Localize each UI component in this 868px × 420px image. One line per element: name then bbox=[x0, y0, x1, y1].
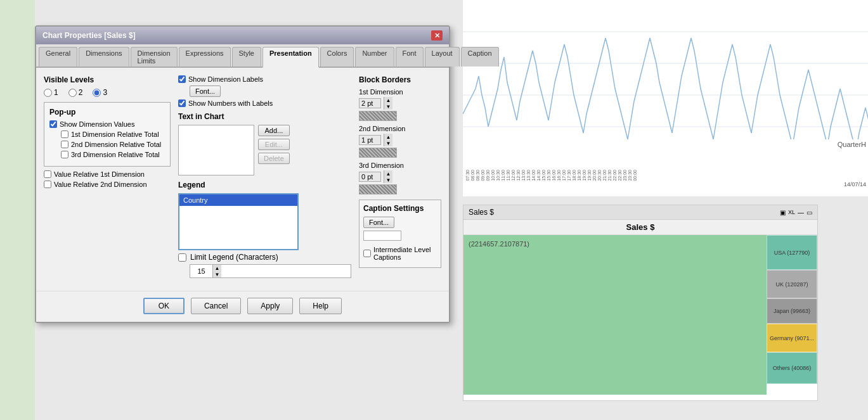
radio-3[interactable] bbox=[93, 89, 101, 97]
dim2-spinner-up[interactable]: ▲ bbox=[384, 134, 392, 140]
radio-2[interactable] bbox=[68, 89, 77, 97]
dim3-color-box[interactable] bbox=[359, 184, 397, 194]
treemap-icon2[interactable]: XL bbox=[788, 209, 795, 216]
text-chart-box: Add... Edit... Delete bbox=[178, 125, 351, 175]
dim2-spinners: ▲ ▼ bbox=[384, 134, 392, 146]
dim3-value-input[interactable]: 0 pt bbox=[359, 172, 381, 182]
radio-item-2[interactable]: 2 bbox=[68, 88, 83, 97]
limit-legend-label: Limit Legend (Characters) bbox=[190, 253, 278, 262]
add-text-button[interactable]: Add... bbox=[258, 125, 290, 136]
caption-settings-section: Caption Settings Font... Intermediate Le… bbox=[359, 200, 441, 268]
limit-legend-input[interactable]: 15 bbox=[190, 267, 212, 276]
treemap-header-icons[interactable]: ▣ XL — ▭ bbox=[780, 209, 812, 216]
dim3-label: 3rd Dimension bbox=[359, 162, 441, 169]
show-numbers-labels-label: Show Numbers with Labels bbox=[188, 99, 273, 107]
legend-list[interactable]: Country bbox=[178, 193, 299, 250]
spinner-buttons: ▲ ▼ bbox=[212, 265, 221, 277]
dim2-rel-total-checkbox[interactable] bbox=[61, 141, 68, 148]
dim3-spinner-up[interactable]: ▲ bbox=[384, 170, 392, 177]
dim1-spinner-up[interactable]: ▲ bbox=[384, 97, 392, 103]
treemap-icon3[interactable]: — bbox=[798, 209, 804, 216]
tabs-bar: General Dimensions Dimension Limits Expr… bbox=[36, 44, 449, 68]
treemap-panel: Sales $ ▣ XL — ▭ Sales $ (2214657.210787… bbox=[463, 205, 818, 401]
delete-text-button[interactable]: Delete bbox=[258, 153, 290, 164]
treemap-right-cells: USA (127790) UK (120287) Japan (99663) G… bbox=[767, 235, 817, 395]
left-panel: Visible Levels 1 2 3 bbox=[44, 75, 171, 283]
dim1-spinners: ▲ ▼ bbox=[384, 97, 392, 110]
edit-text-button[interactable]: Edit... bbox=[258, 139, 290, 150]
dialog-columns: Visible Levels 1 2 3 bbox=[44, 75, 441, 283]
legend-section: Legend Country Limit Legend (Characters) bbox=[178, 181, 351, 278]
show-dim-labels-checkbox[interactable] bbox=[178, 75, 186, 83]
value-rel-2nd-label: Value Relative 2nd Dimension bbox=[54, 181, 147, 188]
dim2-input-row: 1 pt ▲ ▼ bbox=[359, 134, 441, 146]
right-panel: Show Dimension Labels Font... Show Numbe… bbox=[178, 75, 441, 283]
intermediate-level-checkbox[interactable] bbox=[363, 250, 371, 257]
limit-legend-checkbox[interactable] bbox=[178, 253, 186, 262]
dim2-spinner-down[interactable]: ▼ bbox=[384, 140, 392, 146]
ok-button[interactable]: OK bbox=[143, 298, 185, 314]
apply-button[interactable]: Apply bbox=[247, 298, 293, 314]
dim1-rel-total-checkbox[interactable] bbox=[61, 130, 68, 138]
show-dim-values-checkbox[interactable] bbox=[49, 120, 57, 128]
font-button[interactable]: Font... bbox=[190, 86, 221, 97]
treemap-header-title: Sales $ bbox=[469, 208, 494, 217]
radio-1[interactable] bbox=[44, 89, 52, 97]
spinner-up[interactable]: ▲ bbox=[212, 265, 221, 271]
dialog-body: Visible Levels 1 2 3 bbox=[36, 68, 449, 291]
treemap-main-label: (2214657.2107871) bbox=[469, 240, 529, 248]
dialog-close-button[interactable]: ✕ bbox=[431, 30, 443, 41]
tab-expressions[interactable]: Expressions bbox=[179, 47, 231, 67]
radio-item-3[interactable]: 3 bbox=[93, 88, 107, 97]
tab-dimension-limits[interactable]: Dimension Limits bbox=[131, 47, 178, 67]
tab-font[interactable]: Font bbox=[396, 47, 424, 67]
limit-legend-spinner[interactable]: 15 ▲ ▼ bbox=[190, 264, 351, 278]
tab-colors[interactable]: Colors bbox=[320, 47, 354, 67]
tab-layout[interactable]: Layout bbox=[425, 47, 460, 67]
dim3-rel-total-label: 3rd Dimension Relative Total bbox=[71, 151, 160, 158]
dim1-color-box[interactable] bbox=[359, 111, 397, 121]
tab-presentation[interactable]: Presentation bbox=[262, 47, 319, 68]
help-button[interactable]: Help bbox=[299, 298, 342, 314]
tab-dimensions[interactable]: Dimensions bbox=[79, 47, 129, 67]
treemap-header: Sales $ ▣ XL — ▭ bbox=[463, 205, 817, 220]
treemap-icon1[interactable]: ▣ bbox=[780, 209, 786, 216]
dim2-value-input[interactable]: 1 pt bbox=[359, 135, 381, 145]
value-rel-1st-checkbox[interactable] bbox=[44, 170, 51, 178]
caption-color-box[interactable] bbox=[363, 231, 401, 241]
tab-number[interactable]: Number bbox=[355, 47, 394, 67]
value-rel-2nd-checkbox[interactable] bbox=[44, 181, 51, 188]
treemap-cell-usa: USA (127790) bbox=[767, 235, 817, 270]
limit-legend-row: Limit Legend (Characters) bbox=[178, 253, 351, 262]
dim2-row: 2nd Dimension 1 pt ▲ ▼ bbox=[359, 125, 441, 158]
dim1-value-input[interactable]: 2 pt bbox=[359, 98, 381, 108]
dialog-footer: OK Cancel Apply Help bbox=[36, 291, 449, 322]
cancel-button[interactable]: Cancel bbox=[191, 298, 241, 314]
tab-caption[interactable]: Caption bbox=[461, 47, 499, 67]
tab-general[interactable]: General bbox=[39, 47, 77, 67]
tab-style[interactable]: Style bbox=[232, 47, 261, 67]
treemap-cell-japan: Japan (99663) bbox=[767, 298, 817, 324]
right-top: Show Dimension Labels Font... Show Numbe… bbox=[178, 75, 441, 283]
dim2-color-box[interactable] bbox=[359, 148, 397, 158]
dim3-rel-total-checkbox[interactable] bbox=[61, 151, 68, 158]
caption-font-button[interactable]: Font... bbox=[363, 217, 394, 228]
show-dim-values-label: Show Dimension Values bbox=[60, 120, 134, 128]
radio-3-label: 3 bbox=[103, 88, 107, 97]
text-in-chart-label: Text in Chart bbox=[178, 112, 351, 121]
treemap-cell-others: Others (40086) bbox=[767, 352, 817, 384]
show-numbers-labels-checkbox[interactable] bbox=[178, 99, 186, 107]
caption-settings-label: Caption Settings bbox=[363, 204, 437, 213]
dim1-spinner-down[interactable]: ▼ bbox=[384, 103, 392, 110]
radio-2-label: 2 bbox=[79, 88, 83, 97]
radio-item-1[interactable]: 1 bbox=[44, 88, 58, 97]
show-dim-section: Show Dimension Labels Font... Show Numbe… bbox=[178, 75, 351, 107]
treemap-icon4[interactable]: ▭ bbox=[806, 209, 812, 216]
chart-properties-dialog: Chart Properties [Sales $] ✕ General Dim… bbox=[35, 25, 450, 323]
legend-item-country[interactable]: Country bbox=[179, 194, 297, 206]
text-chart-textarea[interactable] bbox=[178, 125, 254, 175]
dim3-spinner-down[interactable]: ▼ bbox=[384, 177, 392, 183]
treemap-content: (2214657.2107871) USA (127790) UK (12028… bbox=[463, 235, 817, 395]
spinner-down[interactable]: ▼ bbox=[212, 271, 221, 277]
show-numbers-labels-item: Show Numbers with Labels bbox=[178, 99, 351, 107]
